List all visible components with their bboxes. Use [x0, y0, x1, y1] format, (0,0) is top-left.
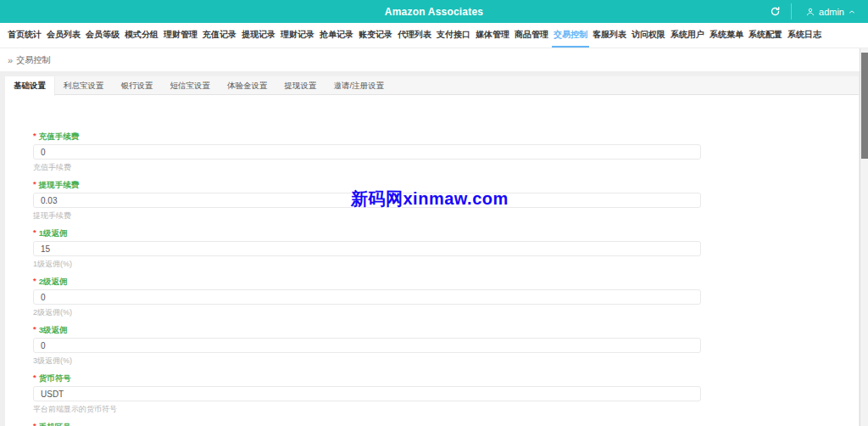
form-field-3: *2级返佣2级返佣(%) [33, 277, 859, 317]
nav-item-15[interactable]: 客服列表 [591, 23, 628, 48]
nav-item-6[interactable]: 提现记录 [240, 23, 277, 48]
field-label-row: *3级返佣 [33, 326, 859, 334]
refresh-icon [770, 6, 781, 17]
settings-card: 基础设置利息宝设置银行设置短信宝设置体验金设置提现设置邀请/注册设置 *充值手续… [5, 76, 859, 426]
field-help: 1级返佣(%) [33, 261, 859, 268]
field-input-5[interactable] [33, 386, 701, 401]
field-input-3[interactable] [33, 289, 701, 305]
field-help: 2级返佣(%) [33, 309, 859, 317]
tab-bar: 基础设置利息宝设置银行设置短信宝设置体验金设置提现设置邀请/注册设置 [5, 76, 859, 95]
top-bar-actions: admin [759, 0, 868, 23]
settings-form: *充值手续费充值手续费*提现手续费提现手续费*1级返佣1级返佣(%)*2级返佣2… [5, 95, 859, 426]
nav-item-8[interactable]: 抢单记录 [318, 23, 355, 48]
breadcrumb-chevron-icon: » [8, 55, 13, 65]
form-field-6: *手机区号 [33, 423, 859, 426]
nav-item-20[interactable]: 系统日志 [786, 23, 823, 48]
nav-item-18[interactable]: 系统菜单 [708, 23, 745, 48]
required-asterisk: * [33, 324, 36, 334]
field-label-row: *2级返佣 [33, 277, 859, 286]
field-help: 充值手续费 [33, 164, 859, 171]
tab-3[interactable]: 短信宝设置 [162, 76, 220, 94]
refresh-button[interactable] [759, 0, 791, 23]
tab-6[interactable]: 邀请/注册设置 [326, 76, 393, 94]
app-title: Amazon Associates [0, 6, 868, 18]
nav-item-19[interactable]: 系统配置 [747, 23, 784, 48]
nav-item-14[interactable]: 交易控制 [552, 23, 589, 48]
nav-item-5[interactable]: 充值记录 [201, 23, 238, 48]
field-label: 货币符号 [39, 373, 71, 383]
required-asterisk: * [33, 131, 36, 140]
user-name: admin [819, 7, 844, 17]
tab-1[interactable]: 利息宝设置 [55, 76, 113, 94]
user-icon [805, 7, 815, 17]
form-field-4: *3级返佣3级返佣(%) [33, 326, 859, 365]
nav-item-16[interactable]: 访问权限 [630, 23, 667, 48]
breadcrumb-label: 交易控制 [16, 54, 50, 66]
nav-item-3[interactable]: 模式分组 [123, 23, 160, 48]
scrollbar[interactable] [860, 48, 868, 426]
field-label-row: *提现手续费 [33, 181, 859, 189]
nav-item-9[interactable]: 账变记录 [357, 23, 394, 48]
field-label-row: *充值手续费 [33, 132, 859, 141]
field-help: 提现手续费 [33, 212, 859, 220]
field-label: 提现手续费 [39, 180, 80, 189]
nav-item-17[interactable]: 系统用户 [669, 23, 706, 48]
tab-2[interactable]: 银行设置 [113, 76, 162, 94]
required-asterisk: * [33, 421, 36, 426]
main-nav: 首页统计会员列表会员等级模式分组理财管理充值记录提现记录理财记录抢单记录账变记录… [0, 23, 868, 48]
field-help: 3级返佣(%) [33, 357, 859, 365]
form-field-5: *货币符号平台前端显示的货币符号 [33, 374, 859, 413]
required-asterisk: * [33, 179, 36, 188]
nav-item-1[interactable]: 会员列表 [45, 23, 82, 48]
field-label: 手机区号 [39, 422, 71, 426]
field-label: 2级返佣 [39, 277, 68, 286]
form-field-1: *提现手续费提现手续费 [33, 181, 859, 220]
tab-4[interactable]: 体验金设置 [219, 76, 276, 94]
chevron-up-icon [848, 8, 856, 16]
field-label: 充值手续费 [39, 132, 80, 141]
tab-0[interactable]: 基础设置 [5, 76, 55, 96]
nav-item-2[interactable]: 会员等级 [84, 23, 121, 48]
nav-item-11[interactable]: 支付接口 [435, 23, 472, 48]
required-asterisk: * [33, 373, 36, 382]
field-input-4[interactable] [33, 338, 701, 353]
field-label: 1级返佣 [39, 228, 68, 238]
nav-item-4[interactable]: 理财管理 [162, 23, 199, 48]
main-content: 基础设置利息宝设置银行设置短信宝设置体验金设置提现设置邀请/注册设置 *充值手续… [0, 71, 868, 426]
field-label-row: *手机区号 [33, 423, 859, 426]
form-field-0: *充值手续费充值手续费 [33, 132, 859, 171]
nav-item-13[interactable]: 商品管理 [513, 23, 550, 48]
field-input-0[interactable] [33, 144, 701, 160]
required-asterisk: * [33, 276, 36, 285]
field-input-1[interactable] [33, 193, 701, 208]
nav-item-10[interactable]: 代理列表 [396, 23, 433, 48]
field-label-row: *1级返佣 [33, 229, 859, 238]
tab-5[interactable]: 提现设置 [276, 76, 326, 94]
app-root: Amazon Associates admin [0, 0, 868, 426]
form-field-2: *1级返佣1级返佣(%) [33, 229, 859, 268]
top-bar: Amazon Associates admin [0, 0, 868, 23]
nav-item-12[interactable]: 媒体管理 [474, 23, 511, 48]
nav-item-7[interactable]: 理财记录 [279, 23, 316, 48]
field-label-row: *货币符号 [33, 374, 859, 383]
user-menu[interactable]: admin [792, 0, 868, 23]
nav-item-0[interactable]: 首页统计 [6, 23, 43, 48]
required-asterisk: * [33, 227, 36, 237]
scrollbar-thumb[interactable] [861, 53, 868, 159]
field-label: 3级返佣 [39, 325, 68, 334]
field-help: 平台前端显示的货币符号 [33, 406, 859, 413]
breadcrumb: » 交易控制 [0, 48, 868, 71]
field-input-2[interactable] [33, 241, 701, 256]
